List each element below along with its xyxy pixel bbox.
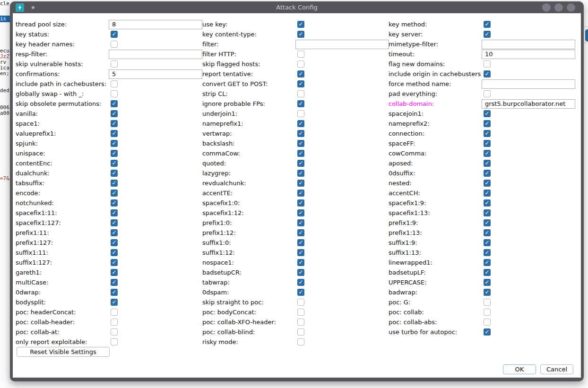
setting-checkbox[interactable]: ✓: [111, 229, 118, 236]
setting-checkbox[interactable]: ✓: [484, 130, 491, 137]
setting-checkbox[interactable]: ✓: [484, 140, 491, 147]
setting-checkbox[interactable]: ✓: [297, 150, 304, 157]
setting-checkbox[interactable]: [297, 328, 304, 336]
setting-checkbox[interactable]: ✓: [297, 160, 304, 167]
setting-checkbox[interactable]: [297, 60, 304, 68]
setting-checkbox[interactable]: ✓: [484, 249, 491, 256]
setting-checkbox[interactable]: ✓: [111, 259, 118, 266]
setting-checkbox[interactable]: ✓: [111, 160, 118, 167]
setting-checkbox[interactable]: ✓: [484, 120, 491, 127]
setting-checkbox[interactable]: ✓: [297, 229, 304, 236]
setting-checkbox[interactable]: [111, 90, 118, 97]
setting-checkbox[interactable]: ✓: [484, 259, 491, 266]
setting-checkbox[interactable]: ✓: [297, 209, 304, 216]
setting-checkbox[interactable]: ✓: [297, 70, 304, 78]
close-button[interactable]: [567, 3, 575, 12]
setting-checkbox[interactable]: [297, 299, 304, 306]
setting-input[interactable]: [295, 40, 389, 49]
setting-checkbox[interactable]: ✓: [484, 289, 491, 296]
setting-checkbox[interactable]: ✓: [111, 269, 118, 276]
setting-checkbox[interactable]: ✓: [111, 190, 118, 197]
setting-input[interactable]: [482, 40, 575, 49]
setting-checkbox[interactable]: [484, 60, 491, 68]
setting-checkbox[interactable]: [484, 299, 491, 306]
setting-checkbox[interactable]: ✓: [484, 239, 491, 246]
setting-checkbox[interactable]: ✓: [297, 239, 304, 246]
setting-checkbox[interactable]: ✓: [297, 199, 304, 207]
setting-checkbox[interactable]: ✓: [111, 180, 118, 187]
setting-checkbox[interactable]: ✓: [111, 299, 118, 306]
setting-checkbox[interactable]: [111, 80, 118, 87]
setting-checkbox[interactable]: ✓: [111, 279, 118, 286]
setting-checkbox[interactable]: ✓: [484, 110, 491, 117]
setting-checkbox[interactable]: ✓: [484, 229, 491, 236]
setting-checkbox[interactable]: [111, 41, 118, 48]
setting-checkbox[interactable]: ✓: [297, 249, 304, 256]
setting-checkbox[interactable]: ✓: [111, 120, 118, 127]
setting-checkbox[interactable]: ✓: [297, 269, 304, 276]
setting-checkbox[interactable]: ✓: [484, 219, 491, 226]
setting-checkbox[interactable]: [297, 110, 304, 117]
setting-checkbox[interactable]: [297, 90, 304, 97]
setting-checkbox[interactable]: ✓: [111, 31, 118, 38]
setting-input[interactable]: [482, 79, 575, 89]
setting-checkbox[interactable]: ✓: [297, 130, 304, 137]
setting-checkbox[interactable]: ✓: [111, 219, 118, 226]
setting-checkbox[interactable]: ✓: [484, 21, 491, 28]
setting-checkbox[interactable]: [297, 309, 304, 316]
setting-checkbox[interactable]: ✓: [297, 170, 304, 177]
setting-checkbox[interactable]: ✓: [111, 289, 118, 296]
setting-checkbox[interactable]: ✓: [484, 170, 491, 177]
setting-input[interactable]: [109, 20, 202, 29]
setting-checkbox[interactable]: ✓: [111, 209, 118, 216]
setting-checkbox[interactable]: [297, 338, 304, 345]
setting-checkbox[interactable]: ✓: [111, 140, 118, 147]
setting-checkbox[interactable]: [111, 338, 118, 345]
setting-checkbox[interactable]: [111, 319, 118, 326]
setting-checkbox[interactable]: ✓: [297, 80, 304, 87]
setting-checkbox[interactable]: ✓: [297, 120, 304, 127]
setting-checkbox[interactable]: ✓: [297, 289, 304, 296]
reset-visible-settings-button[interactable]: Reset Visible Settings: [17, 347, 110, 357]
setting-checkbox[interactable]: ✓: [297, 100, 304, 107]
setting-checkbox[interactable]: ✓: [111, 249, 118, 256]
setting-input[interactable]: [109, 69, 202, 79]
setting-checkbox[interactable]: ✓: [484, 209, 491, 216]
setting-input[interactable]: [482, 50, 575, 59]
minimize-button[interactable]: [542, 3, 551, 12]
setting-checkbox[interactable]: ✓: [484, 190, 491, 197]
setting-checkbox[interactable]: ✓: [111, 100, 118, 107]
setting-checkbox[interactable]: ✓: [297, 219, 304, 226]
setting-checkbox[interactable]: ✓: [484, 70, 491, 78]
setting-checkbox[interactable]: ✓: [484, 279, 491, 286]
setting-checkbox[interactable]: ✓: [111, 170, 118, 177]
setting-checkbox[interactable]: ✓: [297, 259, 304, 266]
setting-input[interactable]: [482, 99, 575, 109]
setting-checkbox[interactable]: [111, 328, 118, 336]
setting-input[interactable]: [109, 50, 202, 59]
setting-checkbox[interactable]: [484, 309, 491, 316]
setting-checkbox[interactable]: ✓: [484, 269, 491, 276]
setting-checkbox[interactable]: ✓: [484, 199, 491, 207]
setting-checkbox[interactable]: ✓: [297, 140, 304, 147]
setting-checkbox[interactable]: ✓: [297, 279, 304, 286]
setting-checkbox[interactable]: ✓: [484, 31, 491, 38]
setting-checkbox[interactable]: ✓: [484, 160, 491, 167]
setting-checkbox[interactable]: ✓: [297, 21, 304, 28]
setting-checkbox[interactable]: [297, 51, 304, 58]
titlebar[interactable]: Attack Config: [13, 1, 581, 13]
setting-checkbox[interactable]: ✓: [111, 150, 118, 157]
ok-button[interactable]: OK: [503, 364, 536, 374]
setting-checkbox[interactable]: ✓: [484, 328, 491, 336]
setting-checkbox[interactable]: ✓: [297, 180, 304, 187]
setting-checkbox[interactable]: ✓: [111, 199, 118, 207]
cancel-button[interactable]: Cancel: [540, 364, 573, 374]
setting-checkbox[interactable]: [297, 319, 304, 326]
setting-checkbox[interactable]: [111, 309, 118, 316]
setting-checkbox[interactable]: [484, 319, 491, 326]
setting-checkbox[interactable]: ✓: [111, 130, 118, 137]
setting-checkbox[interactable]: ✓: [484, 150, 491, 157]
setting-checkbox[interactable]: ✓: [111, 110, 118, 117]
setting-checkbox[interactable]: ✓: [297, 31, 304, 38]
setting-checkbox[interactable]: ✓: [111, 239, 118, 246]
